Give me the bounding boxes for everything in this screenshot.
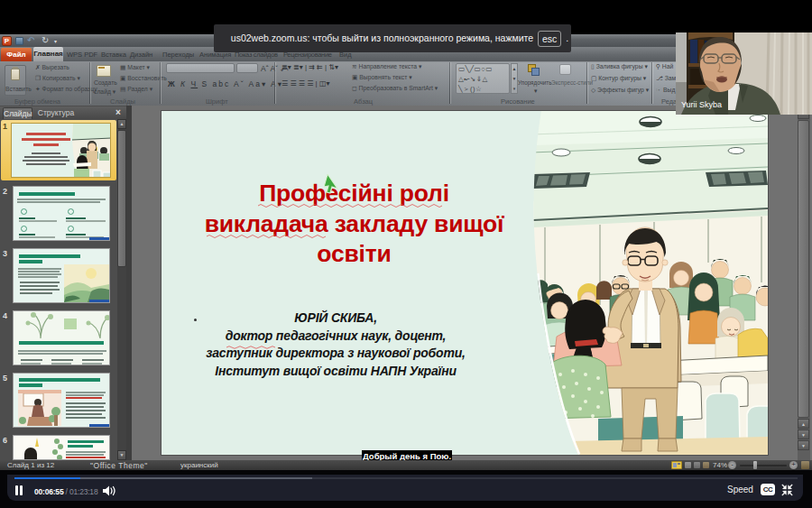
svg-text:Yurii Skyba: Yurii Skyba xyxy=(681,100,722,109)
